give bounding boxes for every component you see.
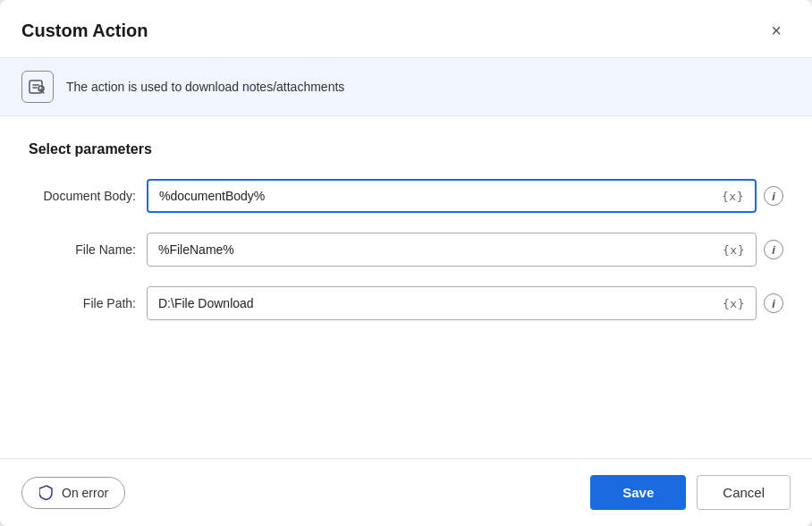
section-title: Select parameters: [29, 141, 783, 157]
save-button[interactable]: Save: [590, 475, 686, 510]
field-input-text-file-name: %FileName%: [158, 242, 234, 257]
field-input-text-document-body: %documentBody%: [159, 189, 265, 203]
dialog-body: Select parameters Document Body: %docume…: [0, 116, 812, 458]
field-row-document-body: Document Body: %documentBody% {x} i: [29, 179, 783, 213]
field-label-file-name: File Name:: [29, 242, 136, 257]
info-button-file-name[interactable]: i: [764, 240, 783, 259]
field-input-wrap-file-path: D:\File Download {x} i: [147, 286, 783, 320]
info-button-file-path[interactable]: i: [764, 293, 783, 313]
field-row-file-name: File Name: %FileName% {x} i: [29, 233, 783, 267]
custom-action-dialog: Custom Action × The action is used to do…: [0, 0, 812, 526]
on-error-button[interactable]: On error: [21, 477, 125, 509]
field-input-document-body[interactable]: %documentBody% {x}: [147, 179, 757, 213]
field-input-tag-file-name: {x}: [723, 243, 745, 257]
field-label-file-path: File Path:: [29, 296, 136, 310]
banner-text: The action is used to download notes/att…: [66, 80, 344, 94]
field-input-wrap-file-name: %FileName% {x} i: [147, 233, 783, 267]
cancel-button[interactable]: Cancel: [697, 475, 791, 510]
field-row-file-path: File Path: D:\File Download {x} i: [29, 286, 783, 320]
field-input-tag-file-path: {x}: [723, 297, 745, 310]
shield-icon: [38, 485, 55, 501]
field-input-file-path[interactable]: D:\File Download {x}: [147, 286, 757, 320]
info-button-document-body[interactable]: i: [764, 186, 783, 206]
action-svg-icon: [29, 78, 47, 96]
field-input-wrap-document-body: %documentBody% {x} i: [147, 179, 783, 213]
field-input-tag-document-body: {x}: [722, 190, 744, 203]
field-label-document-body: Document Body:: [29, 189, 136, 203]
footer-actions: Save Cancel: [590, 475, 791, 510]
dialog-header: Custom Action ×: [0, 0, 812, 58]
on-error-label: On error: [62, 486, 108, 500]
field-input-text-file-path: D:\File Download: [158, 296, 254, 310]
dialog-title: Custom Action: [21, 21, 148, 41]
info-banner: The action is used to download notes/att…: [0, 58, 812, 116]
close-button[interactable]: ×: [762, 16, 791, 45]
dialog-footer: On error Save Cancel: [0, 458, 812, 526]
field-input-file-name[interactable]: %FileName% {x}: [147, 233, 757, 267]
action-icon: [21, 71, 54, 103]
